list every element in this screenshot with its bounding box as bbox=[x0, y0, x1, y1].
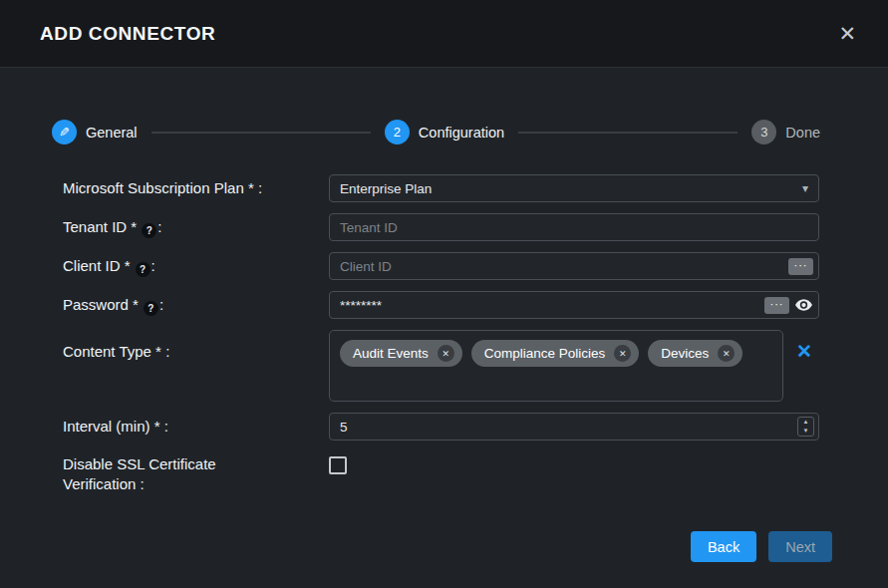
subscription-plan-value: Enterprise Plan bbox=[340, 181, 432, 196]
content-type-tag: Audit Events ✕ bbox=[340, 340, 462, 367]
step-connector bbox=[518, 132, 738, 134]
step-done[interactable]: 3 Done bbox=[751, 120, 820, 145]
tenant-id-label: Tenant ID *?: bbox=[63, 217, 329, 238]
password-label: Password *?: bbox=[63, 295, 329, 316]
client-id-row: Client ID *?: ··· bbox=[63, 252, 819, 280]
tag-label: Compliance Policies bbox=[484, 346, 606, 361]
content-type-multiselect[interactable]: Audit Events ✕ Compliance Policies ✕ Dev… bbox=[329, 330, 783, 402]
next-button[interactable]: Next bbox=[768, 531, 832, 562]
connector-form: Microsoft Subscription Plan * : Enterpri… bbox=[0, 174, 888, 531]
tenant-id-input[interactable] bbox=[329, 213, 819, 241]
tag-label: Audit Events bbox=[353, 346, 429, 361]
password-more-button[interactable]: ··· bbox=[764, 297, 789, 314]
ssl-row: Disable SSL Certificate Verification : bbox=[63, 454, 819, 493]
help-icon[interactable]: ? bbox=[136, 262, 150, 277]
clear-all-icon[interactable]: ✕ bbox=[796, 342, 812, 361]
interval-input[interactable] bbox=[329, 413, 819, 441]
close-button[interactable]: ✕ bbox=[834, 19, 860, 48]
step-configuration-circle: 2 bbox=[385, 120, 410, 145]
content-type-tag: Devices ✕ bbox=[648, 340, 742, 367]
chevron-down-icon: ▾ bbox=[802, 181, 808, 195]
page-title: ADD CONNECTOR bbox=[40, 23, 215, 45]
subscription-plan-row: Microsoft Subscription Plan * : Enterpri… bbox=[63, 174, 819, 202]
step-general[interactable]: ✎ General bbox=[52, 120, 138, 145]
tag-label: Devices bbox=[661, 346, 709, 361]
step-configuration[interactable]: 2 Configuration bbox=[385, 120, 504, 145]
step-done-circle: 3 bbox=[751, 120, 776, 145]
pencil-icon: ✎ bbox=[59, 125, 70, 140]
add-connector-modal: ADD CONNECTOR ✕ ✎ General 2 Configuratio… bbox=[0, 0, 888, 588]
password-input[interactable] bbox=[329, 291, 819, 319]
client-id-label: Client ID *?: bbox=[63, 256, 329, 277]
tenant-id-row: Tenant ID *?: bbox=[63, 213, 819, 241]
ellipsis-icon: ··· bbox=[770, 298, 784, 310]
client-id-more-button[interactable]: ··· bbox=[788, 258, 813, 275]
wizard-steps: ✎ General 2 Configuration 3 Done bbox=[52, 120, 820, 145]
ssl-label: Disable SSL Certificate Verification : bbox=[63, 454, 329, 493]
help-icon[interactable]: ? bbox=[142, 223, 156, 238]
step-general-label: General bbox=[86, 125, 138, 141]
step-connector bbox=[151, 132, 371, 134]
tag-remove-icon[interactable]: ✕ bbox=[614, 345, 631, 362]
modal-header: ADD CONNECTOR ✕ bbox=[0, 0, 888, 68]
content-type-tag: Compliance Policies ✕ bbox=[471, 340, 640, 367]
stepper-down-icon[interactable]: ▼ bbox=[798, 427, 813, 436]
password-row: Password *?: ··· bbox=[63, 291, 819, 319]
interval-label: Interval (min) * : bbox=[63, 417, 329, 437]
ellipsis-icon: ··· bbox=[794, 259, 808, 271]
step-configuration-label: Configuration bbox=[419, 125, 504, 141]
stepper-up-icon[interactable]: ▲ bbox=[798, 418, 813, 427]
content-type-label: Content Type * : bbox=[63, 330, 329, 362]
modal-footer: Back Next bbox=[0, 531, 888, 588]
tag-remove-icon[interactable]: ✕ bbox=[438, 345, 454, 362]
step-general-circle: ✎ bbox=[52, 120, 77, 145]
step-done-label: Done bbox=[785, 125, 820, 141]
close-icon: ✕ bbox=[838, 22, 856, 45]
show-password-toggle[interactable] bbox=[795, 299, 812, 311]
ssl-checkbox[interactable] bbox=[329, 456, 347, 474]
subscription-plan-select[interactable]: Enterprise Plan ▾ bbox=[329, 174, 819, 202]
interval-stepper: ▲ ▼ bbox=[797, 417, 814, 437]
eye-icon bbox=[795, 299, 812, 311]
back-button[interactable]: Back bbox=[691, 531, 756, 562]
client-id-input[interactable] bbox=[329, 252, 819, 280]
content-type-row: Content Type * : Audit Events ✕ Complian… bbox=[63, 330, 819, 402]
interval-row: Interval (min) * : ▲ ▼ bbox=[63, 413, 819, 441]
subscription-plan-label: Microsoft Subscription Plan * : bbox=[63, 178, 329, 198]
tag-remove-icon[interactable]: ✕ bbox=[718, 345, 735, 362]
help-icon[interactable]: ? bbox=[144, 301, 158, 316]
